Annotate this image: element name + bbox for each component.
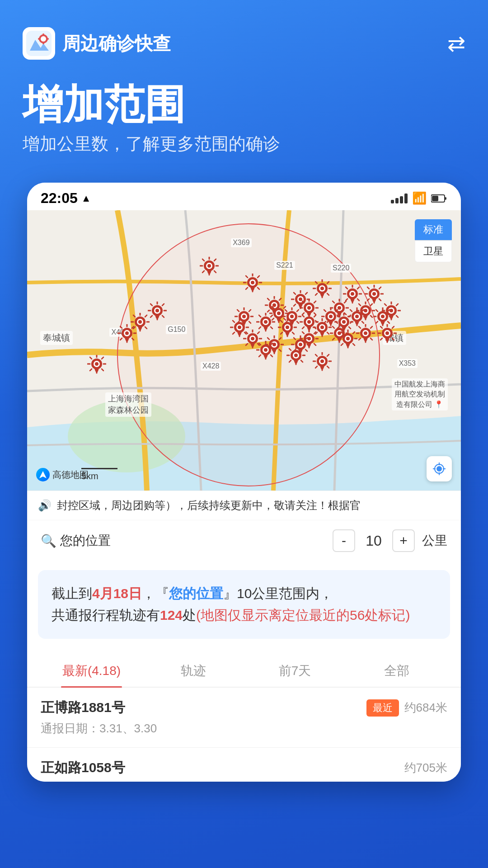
- tab-0[interactable]: 最新(4.18): [41, 655, 142, 687]
- partial-distance: 约705米: [404, 760, 447, 776]
- gps-icon: ▲: [81, 193, 91, 204]
- map-btn-satellite[interactable]: 卫星: [415, 241, 452, 262]
- svg-line-65: [367, 287, 369, 289]
- svg-line-233: [349, 327, 351, 329]
- svg-line-286: [371, 326, 372, 328]
- virus-pin-31: [256, 341, 275, 360]
- svg-point-137: [277, 311, 281, 315]
- svg-line-231: [349, 315, 351, 317]
- svg-point-302: [251, 337, 254, 340]
- svg-line-164: [285, 310, 287, 311]
- svg-line-220: [314, 315, 316, 317]
- wifi-icon: 📶: [412, 191, 427, 205]
- transfer-icon[interactable]: ⇄: [447, 31, 465, 56]
- svg-line-45: [315, 293, 317, 295]
- svg-line-354: [305, 349, 307, 351]
- svg-line-375: [289, 360, 291, 362]
- svg-point-390: [155, 309, 159, 312]
- svg-line-78: [294, 304, 296, 306]
- svg-line-131: [385, 304, 386, 306]
- hero-section: 增加范围 增加公里数，了解更多范围的确诊: [0, 69, 488, 165]
- svg-line-67: [367, 299, 369, 301]
- tabs-row: 最新(4.18)轨迹前7天全部: [27, 646, 461, 688]
- svg-line-362: [259, 343, 261, 345]
- svg-line-254: [281, 332, 282, 334]
- svg-rect-10: [432, 196, 438, 201]
- svg-point-49: [351, 292, 354, 296]
- badge-latest-0: 最近: [366, 699, 399, 717]
- virus-pin-17: [256, 313, 275, 332]
- app-icon: [23, 27, 55, 60]
- svg-line-252: [281, 321, 282, 322]
- svg-point-247: [286, 326, 289, 329]
- tab-2[interactable]: 前7天: [244, 655, 346, 687]
- tab-1[interactable]: 轨迹: [142, 655, 244, 687]
- svg-point-280: [364, 331, 367, 335]
- virus-pin-37: [87, 355, 106, 374]
- svg-rect-4: [42, 33, 44, 36]
- status-bar: 22:05 ▲ 📶: [27, 183, 461, 210]
- svg-rect-5: [42, 42, 44, 44]
- svg-line-318: [302, 332, 304, 334]
- svg-line-175: [324, 310, 326, 311]
- summary-note: (地图仅显示离定位最近的56处标记): [196, 608, 410, 623]
- phone-mockup: 22:05 ▲ 📶: [27, 183, 461, 782]
- svg-point-236: [238, 326, 241, 329]
- svg-line-33: [258, 276, 259, 278]
- svg-point-170: [329, 315, 333, 318]
- svg-line-221: [302, 327, 304, 329]
- svg-line-165: [297, 310, 299, 311]
- map-area[interactable]: 奉城镇 城镇 上海海湾国家森林公园 中国航发上海商用航空发动机制造有限公司 📍 …: [27, 210, 461, 491]
- list-items-container: 正博路1881号 最近 约684米 通报日期：3.31、3.30: [27, 688, 461, 748]
- plus-button[interactable]: +: [392, 529, 415, 552]
- map-controls: 标准 卫星: [415, 219, 452, 262]
- virus-pin-33: [313, 352, 332, 371]
- svg-line-176: [336, 310, 338, 311]
- svg-line-46: [327, 293, 329, 295]
- svg-line-387: [327, 366, 329, 368]
- svg-line-22: [214, 259, 216, 261]
- svg-line-76: [294, 292, 296, 294]
- svg-line-142: [272, 307, 274, 308]
- summary-text: 截止到4月18日，『您的位置』10公里范围内， 共通报行程轨迹有124处(地图仅…: [52, 583, 436, 626]
- virus-pin-24: [356, 324, 375, 343]
- list-address-0: 正博路1881号: [41, 698, 125, 717]
- tab-3[interactable]: 全部: [346, 655, 447, 687]
- svg-line-374: [301, 349, 303, 350]
- svg-line-209: [271, 315, 272, 317]
- svg-line-186: [350, 310, 352, 311]
- svg-line-428: [90, 357, 92, 359]
- svg-line-406: [133, 315, 135, 317]
- announcement-bar: 🔊 封控区域，周边团购等），后续持续更新中，敬请关注！根据官: [27, 491, 461, 520]
- svg-line-55: [357, 287, 359, 289]
- svg-point-291: [385, 331, 389, 335]
- svg-line-241: [233, 321, 235, 322]
- app-title: 周边确诊快查: [62, 31, 171, 56]
- svg-line-396: [162, 304, 164, 306]
- svg-point-192: [381, 315, 385, 318]
- location-button[interactable]: [427, 456, 452, 481]
- svg-line-255: [292, 332, 294, 334]
- svg-line-373: [289, 349, 291, 350]
- svg-line-321: [314, 344, 316, 345]
- svg-point-324: [346, 337, 350, 340]
- svg-line-343: [279, 349, 281, 351]
- minus-button[interactable]: -: [333, 529, 355, 552]
- svg-point-401: [138, 320, 142, 324]
- header: 周边确诊快查 ⇄: [0, 0, 488, 69]
- svg-line-66: [379, 287, 381, 289]
- partial-address: 正如路1058号: [41, 759, 125, 777]
- svg-line-384: [315, 354, 317, 356]
- distance-value: 10: [362, 533, 385, 549]
- svg-line-275: [344, 326, 346, 328]
- search-location[interactable]: 🔍 您的位置: [41, 532, 111, 549]
- announcement-icon: 🔊: [38, 499, 52, 512]
- svg-point-181: [355, 315, 359, 318]
- svg-line-109: [333, 301, 334, 303]
- svg-point-3: [41, 36, 46, 42]
- map-btn-standard[interactable]: 标准: [415, 219, 452, 240]
- list-item-0[interactable]: 正博路1881号 最近 约684米 通报日期：3.31、3.30: [27, 688, 461, 748]
- svg-line-307: [246, 332, 248, 334]
- virus-pin-4: [365, 285, 384, 304]
- svg-line-134: [396, 316, 398, 317]
